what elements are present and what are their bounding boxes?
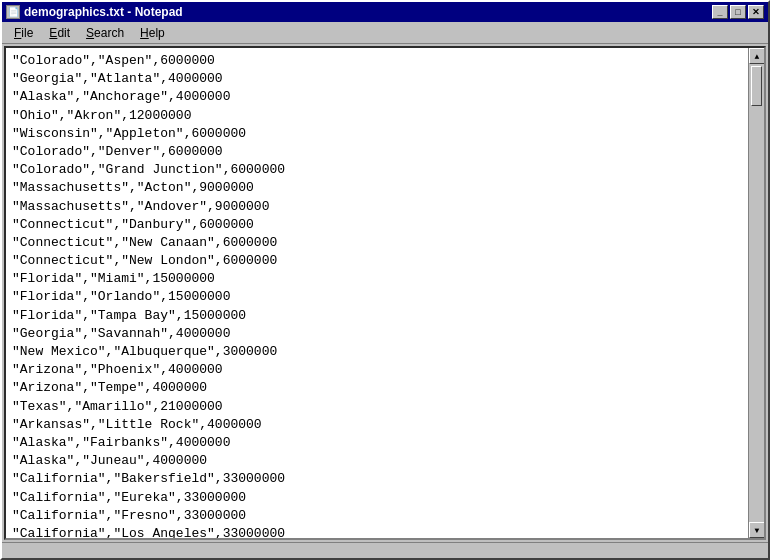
window-icon: 📄 xyxy=(6,5,20,19)
scrollbar[interactable]: ▲ ▼ xyxy=(748,48,764,538)
maximize-button[interactable]: □ xyxy=(730,5,746,19)
scroll-down-button[interactable]: ▼ xyxy=(749,522,765,538)
main-window: 📄 demographics.txt - Notepad _ □ ✕ File … xyxy=(0,0,770,560)
scroll-up-button[interactable]: ▲ xyxy=(749,48,765,64)
menu-bar: File Edit Search Help xyxy=(2,22,768,44)
scroll-thumb[interactable] xyxy=(751,66,762,106)
title-buttons: _ □ ✕ xyxy=(712,5,764,19)
menu-file[interactable]: File xyxy=(6,24,41,42)
minimize-button[interactable]: _ xyxy=(712,5,728,19)
title-bar: 📄 demographics.txt - Notepad _ □ ✕ xyxy=(2,2,768,22)
text-editor[interactable]: "Colorado","Aspen",6000000 "Georgia","At… xyxy=(6,48,748,538)
menu-edit[interactable]: Edit xyxy=(41,24,78,42)
status-bar xyxy=(2,542,768,558)
content-area: "Colorado","Aspen",6000000 "Georgia","At… xyxy=(4,46,766,540)
menu-help[interactable]: Help xyxy=(132,24,173,42)
menu-search[interactable]: Search xyxy=(78,24,132,42)
close-button[interactable]: ✕ xyxy=(748,5,764,19)
window-title: demographics.txt - Notepad xyxy=(24,5,183,19)
title-bar-left: 📄 demographics.txt - Notepad xyxy=(6,5,183,19)
scroll-track[interactable] xyxy=(749,64,764,522)
